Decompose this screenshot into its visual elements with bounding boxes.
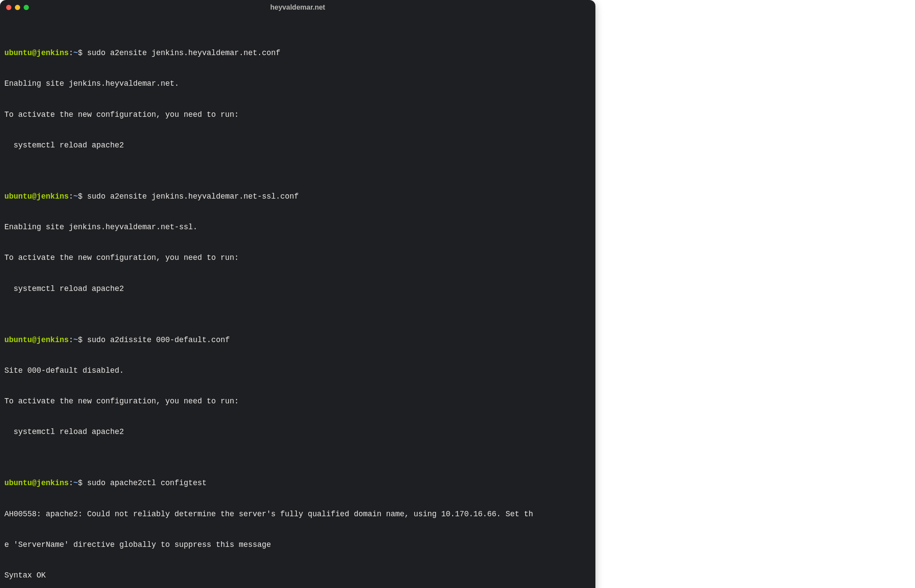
prompt-path: ~ (74, 479, 78, 487)
prompt-user: ubuntu@jenkins (4, 192, 69, 201)
prompt-user: ubuntu@jenkins (4, 479, 69, 487)
output-line: To activate the new configuration, you n… (4, 396, 591, 406)
command-text: sudo a2ensite jenkins.heyvaldemar.net.co… (87, 49, 280, 57)
output-line: systemctl reload apache2 (4, 284, 591, 294)
prompt-user: ubuntu@jenkins (4, 49, 69, 57)
window-title: heyvaldemar.net (0, 2, 595, 12)
terminal-window: heyvaldemar.net ubuntu@jenkins:~$ sudo a… (0, 0, 595, 588)
terminal-content[interactable]: ubuntu@jenkins:~$ sudo a2ensite jenkins.… (0, 15, 595, 588)
prompt-line: ubuntu@jenkins:~$ sudo a2ensite jenkins.… (4, 48, 591, 58)
output-line: AH00558: apache2: Could not reliably det… (4, 509, 591, 519)
prompt-sigil: $ (78, 192, 87, 201)
prompt-sep: : (69, 479, 74, 487)
prompt-sep: : (69, 336, 74, 344)
titlebar: heyvaldemar.net (0, 0, 595, 15)
output-line: systemctl reload apache2 (4, 427, 591, 437)
output-line: systemctl reload apache2 (4, 140, 591, 150)
zoom-icon[interactable] (24, 5, 29, 10)
output-line: e 'ServerName' directive globally to sup… (4, 540, 591, 550)
prompt-path: ~ (74, 336, 78, 344)
output-line: Enabling site jenkins.heyvaldemar.net-ss… (4, 222, 591, 232)
output-line: To activate the new configuration, you n… (4, 253, 591, 263)
minimize-icon[interactable] (15, 5, 20, 10)
close-icon[interactable] (6, 5, 11, 10)
output-line: To activate the new configuration, you n… (4, 110, 591, 120)
command-text: sudo a2dissite 000-default.conf (87, 336, 230, 344)
output-line: Enabling site jenkins.heyvaldemar.net. (4, 79, 591, 89)
command-text: sudo a2ensite jenkins.heyvaldemar.net-ss… (87, 192, 299, 201)
prompt-sigil: $ (78, 479, 87, 487)
prompt-path: ~ (74, 192, 78, 201)
window-controls (6, 5, 29, 10)
output-line: Syntax OK (4, 570, 591, 581)
command-text: sudo apache2ctl configtest (87, 479, 207, 487)
output-line: Site 000-default disabled. (4, 366, 591, 376)
prompt-line: ubuntu@jenkins:~$ sudo a2ensite jenkins.… (4, 192, 591, 202)
prompt-sep: : (69, 49, 74, 57)
prompt-path: ~ (74, 49, 78, 57)
prompt-sigil: $ (78, 336, 87, 344)
prompt-sep: : (69, 192, 74, 201)
prompt-line: ubuntu@jenkins:~$ sudo apache2ctl config… (4, 478, 591, 488)
prompt-sigil: $ (78, 49, 87, 57)
prompt-user: ubuntu@jenkins (4, 336, 69, 344)
prompt-line: ubuntu@jenkins:~$ sudo a2dissite 000-def… (4, 335, 591, 345)
